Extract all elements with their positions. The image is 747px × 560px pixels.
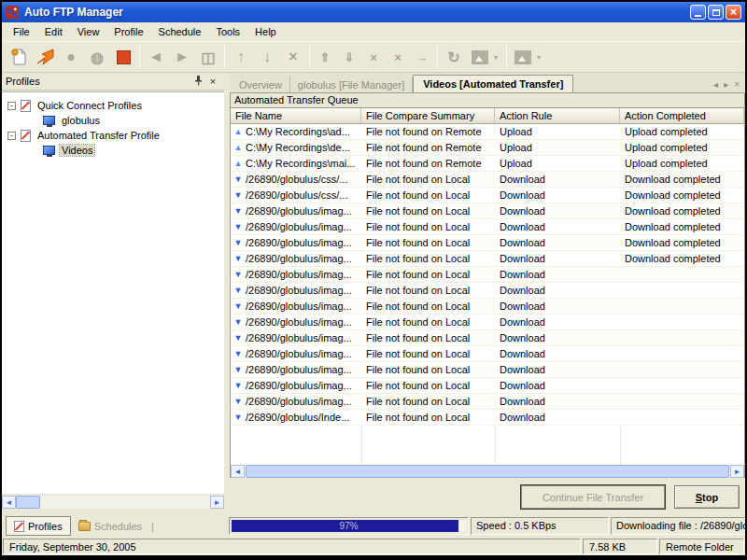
queue-download-icon[interactable]: ⇓: [337, 44, 361, 70]
forward-icon[interactable]: ►: [169, 44, 195, 70]
table-row[interactable]: /26890/globulus/imag... File not found o…: [231, 378, 744, 394]
view-icon[interactable]: [467, 44, 493, 70]
table-row[interactable]: C:\My Recordings\mai... File not found o…: [231, 156, 744, 172]
preview-icon[interactable]: [510, 44, 536, 70]
table-row[interactable]: /26890/globulus/imag... File not found o…: [231, 267, 744, 283]
tab-scroll-left-icon[interactable]: ◂: [713, 79, 718, 90]
toolbar-separator: [139, 46, 140, 68]
continue-file-transfer-button[interactable]: Continue File Transfer: [521, 485, 665, 509]
tab-profiles[interactable]: Profiles: [6, 516, 71, 536]
pin-icon[interactable]: [190, 76, 205, 88]
scroll-left-icon[interactable]: ◄: [231, 465, 245, 478]
table-row[interactable]: /26890/globulus/css/... File not found o…: [231, 188, 744, 203]
table-row[interactable]: /26890/globulus/css/... File not found o…: [231, 172, 744, 188]
action-rule-cell: Download: [495, 348, 620, 359]
menu-item[interactable]: Help: [247, 23, 284, 40]
document-tab[interactable]: Overview: [232, 77, 290, 92]
scrollbar-track[interactable]: [40, 496, 210, 509]
tree-item[interactable]: globulus: [2, 113, 224, 128]
close-button[interactable]: ×: [726, 5, 741, 20]
column-header-action-completed[interactable]: Action Completed: [620, 108, 744, 123]
process-queue-icon[interactable]: →: [410, 44, 434, 70]
action-rule-cell: Download: [495, 285, 620, 296]
panel-close-icon[interactable]: ×: [205, 76, 220, 87]
table-row[interactable]: C:\My Recordings\de... File not found on…: [231, 140, 744, 156]
scrollbar-thumb[interactable]: [16, 496, 40, 509]
file-name-cell: /26890/globulus/imag...: [246, 332, 352, 343]
menu-item[interactable]: View: [70, 23, 107, 40]
tab-scroll-right-icon[interactable]: ▸: [724, 79, 728, 90]
menu-item[interactable]: Schedule: [151, 23, 209, 40]
maximize-button[interactable]: [708, 5, 724, 20]
table-row[interactable]: C:\My Recordings\ad... File not found on…: [231, 124, 744, 140]
table-row[interactable]: /26890/globulus/Inde... File not found o…: [231, 410, 744, 426]
column-header-file-compare-summary[interactable]: File Compare Summary: [361, 108, 495, 123]
menu-item[interactable]: Edit: [37, 23, 70, 40]
menu-item[interactable]: Profile: [106, 23, 150, 40]
table-row[interactable]: /26890/globulus/imag... File not found o…: [231, 219, 744, 235]
connect-icon[interactable]: [32, 44, 58, 70]
download-icon[interactable]: ↓: [254, 44, 280, 70]
sidebar-tab-bar: Profiles Schedules |: [6, 516, 154, 536]
action-rule-cell: Download: [495, 237, 620, 248]
document-tab[interactable]: globulus [File Manager]: [290, 77, 413, 92]
column-header-action-rule[interactable]: Action Rule: [495, 108, 620, 123]
toolbar-separator: [506, 46, 507, 68]
column-header-file-name[interactable]: File Name: [231, 108, 361, 123]
tree-expander-icon[interactable]: -: [7, 132, 16, 140]
table-row[interactable]: /26890/globulus/imag... File not found o…: [231, 330, 744, 346]
scroll-right-icon[interactable]: ►: [210, 496, 224, 509]
parent-folder-icon[interactable]: ◫: [195, 44, 221, 70]
tree-item[interactable]: - Automated Transfer Profile: [2, 128, 224, 143]
menu-item[interactable]: File: [6, 23, 37, 40]
queue-upload-icon[interactable]: ⇑: [313, 44, 337, 70]
file-compare-summary-cell: File not found on Local: [361, 316, 495, 328]
stop-button[interactable]: Stop: [674, 485, 740, 509]
table-horizontal-scrollbar[interactable]: ◄ ►: [230, 465, 745, 478]
table-row[interactable]: /26890/globulus/imag... File not found o…: [231, 299, 744, 315]
tree-expander-icon[interactable]: -: [7, 102, 16, 110]
delete-icon[interactable]: ×: [280, 44, 306, 70]
remove-queue-icon[interactable]: ×: [361, 44, 386, 70]
maximize-icon: [712, 9, 720, 16]
back-icon[interactable]: ◄: [143, 44, 169, 70]
transfer-progress-cell: 97%: [229, 517, 469, 535]
minimize-button[interactable]: [690, 5, 706, 20]
image-icon: [514, 50, 531, 64]
table-row[interactable]: /26890/globulus/imag... File not found o…: [231, 362, 744, 378]
sidebar-horizontal-scrollbar[interactable]: ◄ ►: [2, 496, 224, 509]
table-row[interactable]: /26890/globulus/imag... File not found o…: [231, 235, 744, 251]
scroll-right-icon[interactable]: ►: [730, 465, 744, 478]
scrollbar-thumb[interactable]: [246, 465, 729, 478]
new-profile-icon[interactable]: [6, 44, 32, 70]
table-row[interactable]: /26890/globulus/imag... File not found o…: [231, 203, 744, 219]
action-rule-cell: Download: [495, 412, 620, 423]
preview-dropdown-icon[interactable]: ▾: [537, 53, 546, 62]
table-row[interactable]: /26890/globulus/imag... File not found o…: [231, 251, 744, 267]
table-row[interactable]: /26890/globulus/imag... File not found o…: [231, 394, 744, 410]
transfer-queue-table: C:\My Recordings\ad... File not found on…: [230, 124, 745, 465]
upload-icon[interactable]: ↑: [228, 44, 254, 70]
edit-profile-icon[interactable]: ◍: [84, 44, 110, 70]
view-dropdown-icon[interactable]: ▾: [494, 53, 503, 62]
table-row[interactable]: /26890/globulus/imag... File not found o…: [231, 346, 744, 362]
tree-item[interactable]: - Quick Connect Profiles: [2, 98, 224, 113]
table-row[interactable]: /26890/globulus/imag... File not found o…: [231, 283, 744, 299]
disconnect-icon[interactable]: ●: [58, 44, 84, 70]
transfer-direction-icon: [233, 175, 243, 184]
document-tab[interactable]: Videos [Automated Transfer]: [413, 75, 573, 92]
menu-item[interactable]: Tools: [208, 23, 247, 40]
scroll-left-icon[interactable]: ◄: [2, 496, 16, 509]
file-compare-summary-cell: File not found on Local: [361, 396, 495, 407]
action-completed-cell: Upload completed: [620, 158, 744, 169]
table-row[interactable]: /26890/globulus/imag... File not found o…: [231, 315, 744, 330]
app-window: Auto FTP Manager × File Edit View Profil…: [2, 2, 745, 555]
action-rule-cell: Download: [495, 316, 620, 328]
refresh-icon[interactable]: ↻: [441, 44, 467, 70]
tab-schedules[interactable]: Schedules: [71, 516, 149, 536]
clear-queue-icon[interactable]: ×: [386, 44, 410, 70]
stop-transfer-icon[interactable]: [110, 44, 136, 70]
tab-close-icon[interactable]: ×: [734, 79, 740, 90]
tree-item[interactable]: Videos: [2, 143, 224, 158]
document-tab-bar: Overview globulus [File Manager] Videos …: [230, 73, 745, 92]
